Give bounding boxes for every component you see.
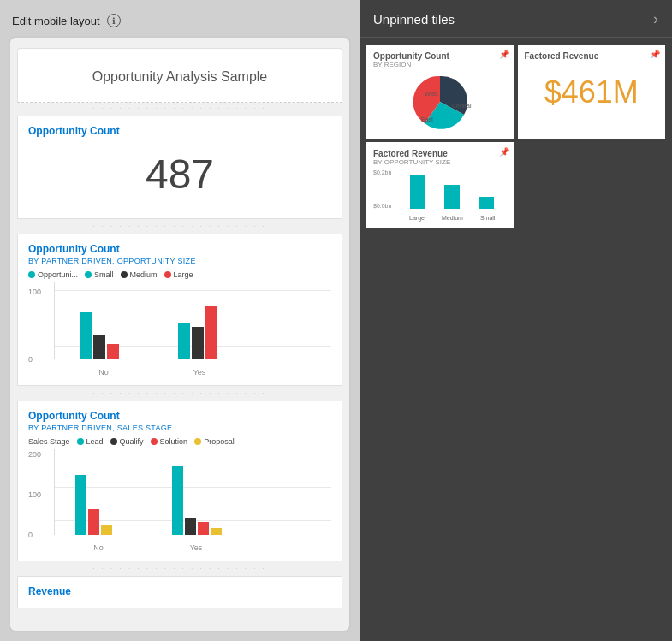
opp-count-label: Opportunity Count: [28, 125, 331, 137]
revenue-tile: Revenue: [17, 576, 342, 608]
bars2-yes-group: [172, 466, 222, 535]
bar-chart-1-tile: Opportunity Count BY PARTNER DRIVEN, OPP…: [17, 234, 342, 386]
pie-label-east: East: [421, 116, 433, 122]
opp-count-value: 487: [28, 139, 331, 210]
legend-item-lead: Lead: [77, 437, 104, 446]
left-panel: Edit mobile layout ℹ Opportunity Analysi…: [0, 0, 360, 641]
y-label-0: 0: [28, 355, 33, 364]
legend-dot-small: [28, 271, 35, 278]
legend-dot-lead: [77, 438, 84, 445]
legend-label-opportuni: Opportuni...: [38, 270, 78, 279]
legend-label-qualify: Qualify: [120, 437, 144, 446]
legend-item-opportuni: Opportuni...: [28, 270, 78, 279]
legend-label-lead: Lead: [86, 437, 104, 446]
right-header: Unpinned tiles ›: [360, 0, 672, 38]
chart1-label: Opportunity Count: [28, 243, 331, 255]
bar-yes-medium: [192, 327, 204, 359]
title-tile: Opportunity Analysis Sample: [17, 48, 342, 103]
x-label-no-2: No: [93, 543, 104, 552]
tile3-subtitle: BY OPPORTUNITY SIZE: [373, 158, 508, 166]
legend-item-proposal: Proposal: [194, 437, 235, 446]
mini-x-small: Small: [480, 215, 496, 221]
x-label-yes-2: Yes: [190, 543, 203, 552]
tile1-title: Opportunity Count: [373, 51, 508, 61]
unpinned-tiles-title: Unpinned tiles: [373, 12, 455, 27]
pin-icon-2[interactable]: 📌: [650, 50, 660, 59]
y-label-0b: 0: [28, 531, 33, 539]
bar2-yes-solution: [198, 522, 209, 535]
unpinned-tile-factored-revenue[interactable]: 📌 Factored Revenue $461M: [518, 45, 666, 139]
info-icon[interactable]: ℹ: [107, 14, 121, 27]
gridline-200: [55, 454, 331, 454]
separator-4: · · · · · · · · · · · · · · · · · · · ·: [10, 565, 349, 573]
legend-dot-qualify: [110, 438, 117, 445]
bars-no-group: [80, 312, 119, 359]
legend-dot-medium: [121, 271, 128, 278]
legend-item-large: Large: [164, 270, 193, 279]
mini-x-medium: Medium: [442, 215, 463, 221]
unpinned-grid: 📌 Opportunity Count BY REGION West Centr…: [360, 38, 672, 234]
x-label-yes-1: Yes: [193, 368, 206, 377]
left-header: Edit mobile layout ℹ: [9, 9, 351, 36]
mini-y-bottom: $0.0bn: [373, 203, 391, 209]
mini-bar-medium: [444, 185, 460, 209]
legend-item-sales-stage: Sales Stage: [28, 437, 70, 446]
bar-yes-small: [178, 323, 190, 359]
bar-no-medium: [93, 335, 105, 359]
separator-3: · · · · · · · · · · · · · · · · · · · ·: [10, 389, 349, 397]
pie-label-west: West: [425, 91, 438, 97]
legend-dot-solution: [151, 438, 158, 445]
legend-item-medium: Medium: [121, 270, 158, 279]
x-label-no-1: No: [98, 368, 109, 377]
mini-x-large: Large: [409, 215, 425, 221]
unpinned-tile-factored-by-size[interactable]: 📌 Factored Revenue BY OPPORTUNITY SIZE $…: [366, 142, 514, 228]
bar-yes-large: [205, 306, 217, 359]
right-panel: Unpinned tiles › 📌 Opportunity Count BY …: [360, 0, 672, 641]
chevron-right-icon[interactable]: ›: [653, 10, 658, 28]
mini-bars-container: [401, 169, 504, 209]
legend-label-medium: Medium: [130, 270, 158, 279]
pin-icon-3[interactable]: 📌: [499, 147, 509, 157]
bar2-no-lead: [75, 475, 86, 535]
legend-label-large: Large: [174, 270, 193, 279]
y-label-200: 200: [28, 450, 41, 459]
mini-y-labels: $0.2bn $0.0bn: [373, 169, 391, 209]
legend-dot-proposal: [194, 438, 201, 445]
bar2-yes-qualify: [185, 518, 196, 535]
bar-no-small: [80, 312, 92, 359]
legend-item-solution: Solution: [151, 437, 188, 446]
legend-label-sales-stage: Sales Stage: [28, 437, 70, 446]
mini-x-labels: Large Medium Small: [401, 215, 504, 221]
chart1-sublabel: BY PARTNER DRIVEN, OPPORTUNITY SIZE: [28, 257, 331, 265]
tile2-title: Factored Revenue: [525, 51, 659, 61]
mini-y-top: $0.2bn: [373, 169, 391, 175]
tile2-value: $461M: [525, 61, 659, 119]
bar2-yes-proposal: [211, 528, 222, 535]
mini-bar-large: [410, 175, 425, 209]
bar-chart-2-tile: Opportunity Count BY PARTNER DRIVEN, SAL…: [17, 401, 342, 561]
legend-label-small: Small: [94, 270, 114, 279]
phone-mockup: Opportunity Analysis Sample · · · · · · …: [9, 36, 351, 632]
separator-1: · · · · · · · · · · · · · · · · · · · ·: [10, 104, 349, 112]
tile3-chart: $0.2bn $0.0bn Large Medium Small: [373, 169, 508, 221]
chart2-area: 200 100 0: [28, 449, 331, 552]
mini-bar-small: [479, 197, 494, 209]
pin-icon-1[interactable]: 📌: [499, 50, 509, 59]
unpinned-tile-opp-count-region[interactable]: 📌 Opportunity Count BY REGION West Centr…: [366, 45, 514, 139]
pie-label-central: Central: [452, 103, 472, 109]
legend-dot-small2: [85, 271, 92, 278]
legend-label-proposal: Proposal: [204, 437, 235, 446]
pie-chart-svg: West Central East: [406, 72, 474, 132]
legend-label-solution: Solution: [160, 437, 188, 446]
bar2-no-solution: [88, 509, 99, 535]
edit-mobile-layout-title: Edit mobile layout: [12, 15, 100, 27]
revenue-label: Revenue: [28, 585, 331, 597]
chart2-sublabel: BY PARTNER DRIVEN, SALES STAGE: [28, 424, 331, 432]
tile3-title: Factored Revenue: [373, 149, 508, 158]
gridline-top: [55, 290, 331, 291]
pie-chart-container: West Central East: [373, 72, 508, 132]
sample-title: Opportunity Analysis Sample: [28, 57, 331, 93]
legend-item-qualify: Qualify: [110, 437, 144, 446]
bars2-no-group: [75, 475, 112, 535]
legend-item-small: Small: [85, 270, 114, 279]
